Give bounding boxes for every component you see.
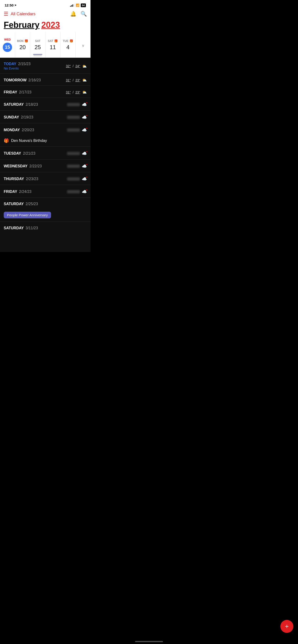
overflow-label: V xyxy=(82,42,84,48)
day-label-today: TODAY 2/15/23 xyxy=(4,62,31,66)
events-list: TODAY 2/15/23 No Events 32° / 24° ⛅ TOMO… xyxy=(0,58,91,252)
day-section-sat311: SATURDAY 3/11/23 xyxy=(0,222,91,234)
event-people-power[interactable]: People Power Anniversary xyxy=(0,209,91,222)
weather-icon-today: ⛅ xyxy=(82,64,87,68)
bottom-padding xyxy=(0,234,91,252)
day-header-tomorrow: TOMORROW 2/16/23 31° / 23° ⛅ xyxy=(0,74,91,86)
all-calendars-link[interactable]: All Calendars xyxy=(11,12,36,16)
weather-icon-tomorrow: ⛅ xyxy=(82,78,87,82)
day-label-sat25: SAT xyxy=(35,40,40,43)
status-icons: 📶 64 xyxy=(70,4,86,7)
day-label-fri224: FRIDAY 2/24/23 xyxy=(4,190,31,194)
day-label-wed: WED xyxy=(4,38,11,41)
day-section-sat218: SATURDAY 2/18/23 ☁️★ xyxy=(0,98,91,110)
day-weather-tue221: ☁️★ xyxy=(67,151,87,156)
weather-icon-tue221: ☁️★ xyxy=(82,151,87,156)
day-label-fri217: FRIDAY 2/17/23 xyxy=(4,90,31,94)
blurred-temp-mon220 xyxy=(67,128,80,132)
day-weather-sat218: ☁️★ xyxy=(67,102,87,107)
month-year: 2023 xyxy=(41,20,60,30)
day-header-fri217: FRIDAY 2/17/23 31° / 23° ⛅ xyxy=(0,86,91,98)
day-section-tomorrow: TOMORROW 2/16/23 31° / 23° ⛅ xyxy=(0,74,91,86)
strip-handle xyxy=(34,55,42,56)
status-bar: 12:50 ➤ 📶 64 xyxy=(0,0,91,9)
wifi-icon: 📶 xyxy=(76,4,79,7)
day-header-thu223: THURSDAY 2/23/23 ☁️★ xyxy=(0,172,91,185)
day-selected-indicator xyxy=(33,54,42,55)
day-label-sat11: SAT 🎁 xyxy=(48,39,58,43)
nav-bar: ☰ All Calendars 🔔 🔍 xyxy=(0,9,91,19)
day-label-sat218: SATURDAY 2/18/23 xyxy=(4,102,38,107)
birthday-gift-icon: 🎁 xyxy=(4,138,9,143)
day-number-25: 25 xyxy=(35,44,41,50)
search-icon[interactable]: 🔍 xyxy=(81,11,87,17)
blurred-temp-sun219 xyxy=(67,116,80,119)
day-col-wed15[interactable]: WED 15 xyxy=(0,32,15,58)
day-label-sun219: SUNDAY 2/19/23 xyxy=(4,115,33,120)
day-label-sat311: SATURDAY 3/11/23 xyxy=(4,226,38,230)
day-strip[interactable]: WED 15 MON 🎁 20 SAT 25 SAT 🎁 11 TUE 🎁 4 … xyxy=(0,32,91,58)
day-label-wed222: WEDNESDAY 2/22/23 xyxy=(4,164,42,168)
day-section-sun219: SUNDAY 2/19/23 ☁️★ xyxy=(0,110,91,123)
day-section-today: TODAY 2/15/23 No Events 32° / 24° ⛅ xyxy=(0,58,91,74)
day-weather-thu223: ☁️★ xyxy=(67,176,87,182)
day-col-mon20[interactable]: MON 🎁 20 xyxy=(15,32,30,58)
day-label-tomorrow: TOMORROW 2/16/23 xyxy=(4,78,41,82)
day-weather-wed222: ☁️★ xyxy=(67,164,87,169)
weather-icon-fri217: ⛅ xyxy=(82,90,87,94)
day-col-sat25[interactable]: SAT 25 xyxy=(30,32,45,58)
event-pill-people-power: People Power Anniversary xyxy=(4,212,51,218)
day-col-overflow[interactable]: V xyxy=(76,32,91,58)
day-header-today: TODAY 2/15/23 No Events 32° / 24° ⛅ xyxy=(0,58,91,74)
weather-icon-wed222: ☁️★ xyxy=(82,164,87,169)
day-header-wed222: WEDNESDAY 2/22/23 ☁️★ xyxy=(0,160,91,172)
day-label-mon: MON 🎁 xyxy=(17,39,28,43)
day-header-sat218: SATURDAY 2/18/23 ☁️★ xyxy=(0,98,91,110)
signal-bars-icon xyxy=(70,4,74,7)
nav-right: 🔔 🔍 xyxy=(70,11,87,17)
day-weather-mon220: ☁️★ xyxy=(67,128,87,132)
day-number-20: 20 xyxy=(20,44,26,50)
day-label-tue: TUE 🎁 xyxy=(63,39,73,43)
event-name-den: Den Nueva's Birthday xyxy=(11,139,47,143)
day-section-mon220: MONDAY 2/20/23 ☁️★ 🎁 Den Nueva's Birthda… xyxy=(0,123,91,147)
blurred-temp-sat218 xyxy=(67,103,80,106)
event-birthday-den[interactable]: 🎁 Den Nueva's Birthday xyxy=(0,136,91,146)
day-section-sat225: SATURDAY 2/25/23 People Power Anniversar… xyxy=(0,198,91,222)
notification-bell-icon[interactable]: 🔔 xyxy=(70,11,76,17)
day-number-today: 15 xyxy=(3,43,12,52)
blurred-temp-fri224 xyxy=(67,190,80,193)
battery-icon: 64 xyxy=(81,4,86,7)
status-time: 12:50 ➤ xyxy=(5,3,17,7)
blurred-temp-thu223 xyxy=(67,177,80,180)
day-weather-today: 32° / 24° ⛅ xyxy=(66,64,87,68)
day-label-tue221: TUESDAY 2/21/23 xyxy=(4,152,35,156)
day-header-sat311: SATURDAY 3/11/23 xyxy=(0,222,91,234)
blurred-temp-wed222 xyxy=(67,164,80,168)
day-number-4: 4 xyxy=(66,44,69,50)
hamburger-icon[interactable]: ☰ xyxy=(4,11,8,17)
weather-icon-sat218: ☁️★ xyxy=(82,102,87,107)
weather-icon-mon220: ☁️★ xyxy=(82,128,87,132)
day-section-thu223: THURSDAY 2/23/23 ☁️★ xyxy=(0,172,91,185)
day-col-sat11[interactable]: SAT 🎁 11 xyxy=(46,32,61,58)
month-title: February 2023 xyxy=(0,19,91,32)
day-header-sat225: SATURDAY 2/25/23 xyxy=(0,198,91,209)
day-section-wed222: WEDNESDAY 2/22/23 ☁️★ xyxy=(0,160,91,172)
day-header-mon220: MONDAY 2/20/23 ☁️★ xyxy=(0,123,91,136)
month-name: February xyxy=(4,20,40,30)
day-section-tue221: TUESDAY 2/21/23 ☁️★ xyxy=(0,147,91,160)
weather-icon-fri224: ☁️★ xyxy=(82,189,87,194)
day-number-11: 11 xyxy=(50,44,56,50)
day-header-fri224: FRIDAY 2/24/23 ☁️★ xyxy=(0,185,91,198)
weather-icon-thu223: ☁️★ xyxy=(82,176,87,182)
day-section-fri217: FRIDAY 2/17/23 31° / 23° ⛅ xyxy=(0,86,91,98)
day-header-tue221: TUESDAY 2/21/23 ☁️★ xyxy=(0,147,91,159)
weather-icon-sun219: ☁️★ xyxy=(82,115,87,120)
day-section-fri224: FRIDAY 2/24/23 ☁️★ xyxy=(0,185,91,198)
day-weather-tomorrow: 31° / 23° ⛅ xyxy=(66,78,87,82)
day-col-tue4[interactable]: TUE 🎁 4 xyxy=(61,32,76,58)
blurred-temp-tue221 xyxy=(67,152,80,155)
day-label-sat225: SATURDAY 2/25/23 xyxy=(4,202,38,206)
day-weather-sun219: ☁️★ xyxy=(67,115,87,120)
